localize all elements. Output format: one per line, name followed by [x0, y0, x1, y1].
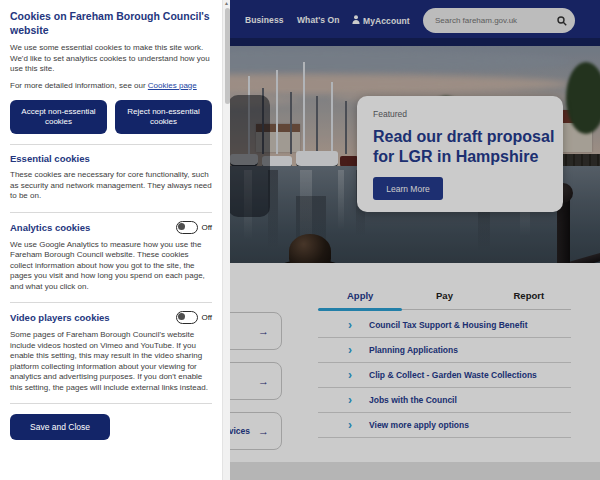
essential-cookies-description: These cookies are necessary for core fun…: [10, 170, 212, 202]
video-cookies-heading: Video players cookies: [10, 312, 110, 323]
analytics-toggle-state: Off: [201, 223, 212, 232]
essential-cookies-section: Essential cookies: [10, 153, 212, 164]
toggle-knob: [178, 223, 185, 230]
analytics-cookies-heading: Analytics cookies: [10, 222, 90, 233]
divider: [10, 302, 212, 303]
cookie-consent-panel: Cookies on Fareham Borough Council's web…: [0, 0, 222, 480]
essential-cookies-heading: Essential cookies: [10, 153, 90, 164]
divider: [10, 403, 212, 404]
scroll-up-icon[interactable]: ▲: [224, 0, 229, 6]
cookie-more-info-text: For more detailed information, see our C…: [10, 81, 212, 92]
cookie-panel-title: Cookies on Fareham Borough Council's web…: [10, 10, 212, 37]
more-info-prefix: For more detailed information, see our: [10, 81, 148, 90]
accept-non-essential-button[interactable]: Accept non-essential cookies: [10, 100, 107, 134]
analytics-toggle[interactable]: [176, 221, 198, 234]
analytics-cookies-description: We use Google Analytics to measure how y…: [10, 240, 212, 293]
video-cookies-section: Video players cookies Off: [10, 311, 212, 324]
divider: [10, 144, 212, 145]
save-and-close-button[interactable]: Save and Close: [10, 414, 110, 440]
video-toggle-wrap: Off: [176, 311, 212, 324]
analytics-cookies-section: Analytics cookies Off: [10, 221, 212, 234]
cookie-choice-buttons: Accept non-essential cookies Reject non-…: [10, 100, 212, 134]
toggle-knob: [178, 313, 185, 320]
divider: [10, 212, 212, 213]
reject-non-essential-button[interactable]: Reject non-essential cookies: [115, 100, 212, 134]
scrollbar-thumb[interactable]: [225, 8, 230, 104]
cookies-page-link[interactable]: Cookies page: [148, 81, 197, 90]
cookie-panel-scrollbar[interactable]: ▲: [222, 0, 230, 480]
analytics-toggle-wrap: Off: [176, 221, 212, 234]
video-toggle[interactable]: [176, 311, 198, 324]
cookie-intro-text: We use some essential cookies to make th…: [10, 43, 212, 75]
video-cookies-description: Some pages of Fareham Borough Council's …: [10, 330, 212, 393]
video-toggle-state: Off: [201, 313, 212, 322]
